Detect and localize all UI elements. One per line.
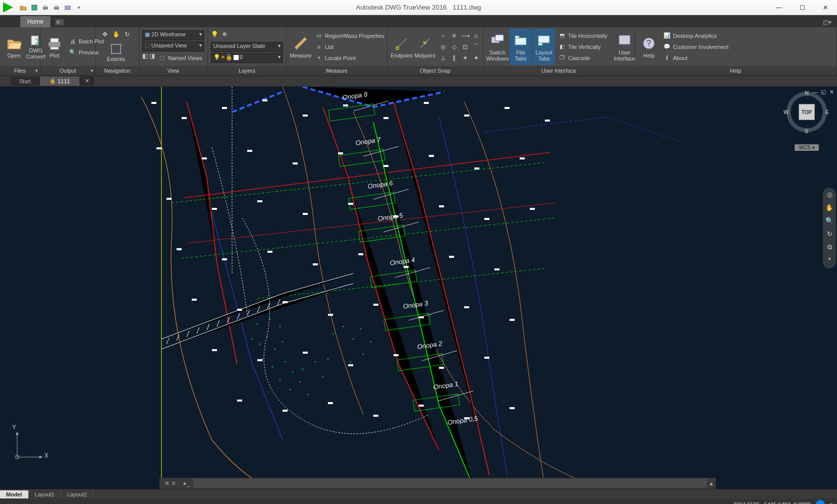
qat-plot-icon[interactable] [40, 3, 50, 13]
panel-navigation: ✥ ✋ ↻ Extents Navigation [96, 27, 139, 75]
panel-measure: Measure ▭Region/Mass Properties ≡List ⌖L… [287, 27, 387, 75]
named-views-button[interactable]: ⬚Named Views [156, 52, 204, 64]
layout-tab-1[interactable]: Layout1 [29, 490, 61, 498]
tab-home[interactable]: Home [20, 16, 50, 27]
command-prompt-icon[interactable]: ▸_ [184, 480, 190, 487]
svg-rect-88 [464, 115, 469, 117]
user-interface-button[interactable]: User Interface [613, 29, 636, 65]
region-properties-button[interactable]: ▭Region/Mass Properties [313, 30, 386, 41]
command-input[interactable] [193, 479, 707, 488]
file-tab-start[interactable]: Start [10, 77, 40, 86]
cascade-button[interactable]: ❐Cascade [556, 52, 609, 64]
qat-save-icon[interactable] [29, 3, 39, 13]
open-button[interactable]: Open [3, 29, 25, 65]
osnap-intersect-icon[interactable]: ✕ [449, 31, 459, 41]
view-cube[interactable]: N S E W TOP WCS ▾ [787, 92, 827, 151]
quick-access-toolbar: ▾ [0, 2, 87, 14]
view-prev-icon[interactable]: ◧ [142, 52, 148, 63]
osnap-tangent-icon[interactable]: ⌒ [471, 42, 481, 52]
locate-icon: ⌖ [315, 54, 323, 62]
layer-off-icon[interactable]: 💡 [211, 31, 221, 41]
measure-button[interactable]: Measure [290, 29, 312, 65]
viewcube-north[interactable]: N [805, 90, 809, 96]
nav-show-icon[interactable]: ⧉ [825, 243, 834, 252]
layout-tab-2[interactable]: Layout2 [61, 490, 93, 498]
customer-involvement-button[interactable]: 💬Customer Involvement [661, 41, 731, 52]
osnap-node-icon[interactable]: ✶ [460, 53, 470, 63]
qat-open-icon[interactable] [18, 3, 28, 13]
panel-expand-icon[interactable]: ▾ [91, 68, 93, 73]
layer-freeze-icon[interactable]: ❄ [222, 31, 232, 41]
svg-point-37 [252, 339, 253, 340]
svg-rect-15 [495, 35, 504, 41]
view-dropdown[interactable]: ⬚ Unsaved View [142, 41, 204, 51]
nav-expand-icon[interactable]: ▾ [825, 256, 834, 265]
viewcube-south[interactable]: S [805, 128, 808, 134]
tile-vertical-button[interactable]: ◧Tile Vertically [556, 41, 609, 52]
svg-rect-95 [338, 152, 343, 154]
plot-button[interactable]: Plot [43, 29, 66, 65]
svg-point-7 [57, 21, 60, 24]
file-tab-current[interactable]: 🔒1111 [40, 77, 79, 86]
layout-tab-model[interactable]: Model [0, 490, 29, 498]
osnap-center-icon[interactable]: ○ [438, 31, 448, 41]
drawing-canvas[interactable]: — ◱ ✕ [0, 87, 837, 489]
svg-rect-10 [50, 38, 59, 42]
osnap-insert-icon[interactable]: ⊡ [460, 42, 470, 52]
svg-rect-2 [44, 5, 47, 7]
minimize-button[interactable]: — [767, 0, 791, 15]
desktop-analytics-button[interactable]: 📊Desktop Analytics [661, 30, 731, 41]
svg-line-34 [257, 306, 260, 312]
status-toggle-icon[interactable] [816, 500, 825, 504]
locate-point-button[interactable]: ⌖Locate Point [313, 52, 386, 64]
svg-rect-128 [348, 364, 353, 366]
maximize-button[interactable]: ☐ [791, 0, 814, 15]
about-button[interactable]: ℹAbout [661, 52, 731, 64]
osnap-perp-icon[interactable]: ⊥ [438, 53, 448, 63]
nav-zoom-icon[interactable]: 🔍 [825, 217, 834, 226]
osnap-extension-icon[interactable]: ⟶ [460, 31, 470, 41]
qat-undo-icon[interactable] [63, 3, 73, 13]
svg-rect-131 [484, 357, 489, 359]
close-button[interactable]: ✕ [814, 0, 837, 15]
nav-pan-icon[interactable]: ✋ [825, 204, 834, 213]
list-button[interactable]: ≡List [313, 41, 386, 52]
wcs-indicator[interactable]: WCS ▾ [795, 144, 818, 151]
new-file-tab-button[interactable]: ✕ [80, 76, 95, 86]
help-button[interactable]: ? Help [638, 29, 660, 65]
viewcube-west[interactable]: W [784, 109, 789, 115]
viewcube-east[interactable]: E [825, 109, 829, 115]
svg-rect-5 [65, 6, 70, 10]
command-history-icon[interactable]: ▴ [710, 480, 713, 487]
command-handle[interactable]: ✕≡ [159, 478, 181, 489]
ribbon-expand-icon[interactable]: ◰▾ [821, 17, 833, 27]
viewcube-top-face[interactable]: TOP [799, 104, 815, 120]
view-next-icon[interactable]: ◨ [149, 52, 155, 63]
zoom-realtime-icon[interactable]: ✥ [100, 29, 110, 39]
osnap-parallel-icon[interactable]: ∥ [449, 53, 459, 63]
qat-dropdown-icon[interactable]: ▾ [74, 3, 84, 13]
app-logo-icon[interactable] [3, 3, 13, 13]
switch-windows-button[interactable]: Switch Windows [486, 29, 509, 65]
orbit-icon[interactable]: ↻ [122, 29, 132, 39]
qat-print-icon[interactable] [51, 3, 62, 13]
osnap-geo-icon[interactable]: ◎ [438, 42, 448, 52]
visual-style-dropdown[interactable]: ▦ 2D Wireframe [142, 30, 204, 40]
pan-icon[interactable]: ✋ [111, 29, 121, 39]
osnap-near-icon[interactable]: ✦ [471, 53, 481, 63]
layout-tabs-toggle[interactable]: Layout Tabs [533, 29, 555, 65]
endpoint-button[interactable]: Endpoint [390, 29, 413, 65]
midpoint-button[interactable]: Midpoint [414, 29, 436, 65]
panel-expand-icon[interactable]: ▾ [35, 68, 38, 73]
tab-plugin-icon[interactable] [53, 17, 66, 27]
current-layer-dropdown[interactable]: 💡☀🔓0 [211, 53, 283, 63]
file-tabs-toggle[interactable]: File Tabs [510, 29, 532, 65]
nav-wheel-icon[interactable]: ◎ [825, 191, 834, 200]
tile-horizontal-button[interactable]: ⬒Tile Horizontally [556, 30, 609, 41]
status-menu-icon[interactable]: ≡ [830, 501, 833, 504]
extents-button[interactable]: Extents [99, 40, 133, 65]
nav-orbit-icon[interactable]: ↻ [825, 230, 834, 239]
layer-state-dropdown[interactable]: Unsaved Layer State [211, 42, 283, 52]
osnap-quad-icon[interactable]: ◇ [449, 42, 459, 52]
osnap-none-icon[interactable]: ⦸ [471, 31, 481, 41]
